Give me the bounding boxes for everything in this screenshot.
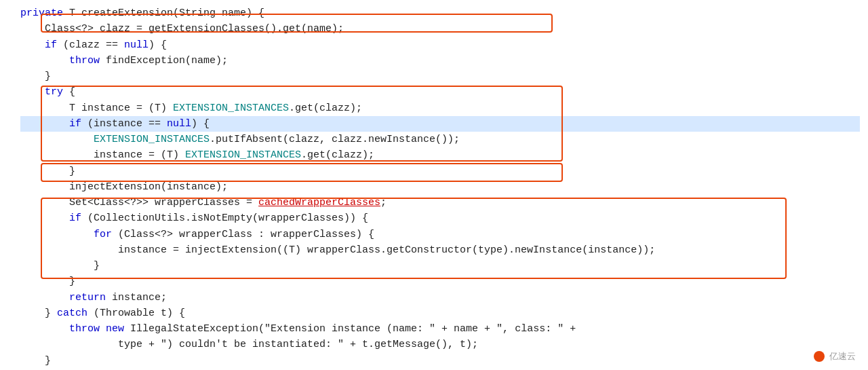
code-line: return instance; [20,290,860,306]
watermark-icon [814,351,825,362]
code-line: Class<?> clazz = getExtensionClasses().g… [20,21,860,37]
code-line: throw findException(name); [20,53,860,69]
code-line: for (Class<?> wrapperClass : wrapperClas… [20,227,860,242]
code-line: } [20,258,860,274]
code-line: if (clazz == null) { [20,37,860,53]
code-line: instance = injectExtension((T) wrapperCl… [20,242,860,258]
code-line: try { [20,84,860,100]
code-line: throw new IllegalStateException("Extensi… [20,321,860,337]
code-line: if (CollectionUtils.isNotEmpty(wrapperCl… [20,210,860,226]
code-line: type + ") couldn't be instantiated: " + … [20,337,860,352]
watermark: 亿速云 [814,350,856,363]
code-container: private T createExtension(String name) {… [0,0,868,370]
code-line: } [20,164,860,179]
code-line: instance = (T) EXTENSION_INSTANCES.get(c… [20,147,860,163]
code-line: private T createExtension(String name) { [20,5,860,21]
watermark-text: 亿速云 [829,351,856,361]
code-line: T instance = (T) EXTENSION_INSTANCES.get… [20,100,860,116]
code-line: EXTENSION_INSTANCES.putIfAbsent(clazz, c… [20,132,860,147]
code-line: } [20,69,860,84]
code-line: Set<Class<?>> wrapperClasses = cachedWra… [20,195,860,210]
code-line: } catch (Throwable t) { [20,306,860,321]
code-line: } [20,353,860,369]
code-line: } [20,274,860,289]
code-line: injectExtension(instance); [20,179,860,195]
code-line-highlight: if (instance == null) { [20,116,860,132]
